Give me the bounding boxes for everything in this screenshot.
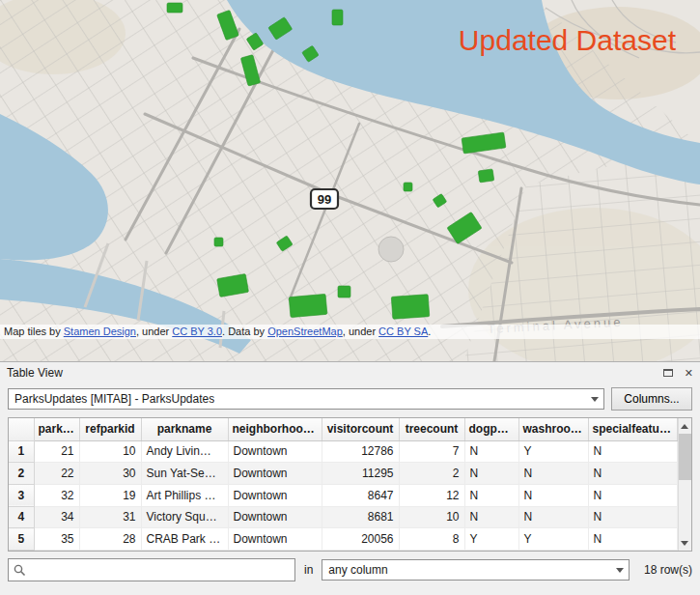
stamen-design-link[interactable]: Stamen Design [64,326,136,337]
cell-washrooms[interactable]: Y [518,528,588,551]
cell-specialfeatures[interactable]: N [588,506,677,528]
chevron-down-icon [616,568,624,573]
cell-specialfeatures[interactable]: N [588,528,677,551]
close-panel-icon[interactable]: ✕ [685,368,693,379]
attribute-table: parkid refparkid parkname neighborhoodna… [8,417,692,552]
panel-titlebar[interactable]: Table View ✕ [0,362,700,383]
column-header-parkname[interactable]: parkname [141,418,228,440]
cell-visitorcount[interactable]: 8647 [322,484,399,506]
cell-dogpark[interactable]: N [464,506,518,528]
columns-button[interactable]: Columns... [611,387,692,411]
cell-specialfeatures[interactable]: N [588,484,677,506]
row-number[interactable]: 5 [9,528,34,551]
park-polygon [332,10,343,25]
column-header-specialfeatures[interactable]: specialfeatures [588,418,677,440]
panel-title: Table View [7,366,63,380]
cell-visitorcount[interactable]: 20056 [322,528,399,551]
cc-by-sa-link[interactable]: CC BY SA [378,326,428,337]
cell-dogpark[interactable]: N [464,440,518,463]
cell-washrooms[interactable]: N [518,484,588,506]
column-header-dogpark[interactable]: dogpark [464,418,518,440]
column-header-washrooms[interactable]: washrooms [518,418,588,440]
cell-parkid[interactable]: 35 [34,528,79,551]
park-polygon [338,286,350,298]
layer-selector[interactable]: ParksUpdates [MITAB] - ParksUpdates [8,388,604,410]
scroll-up-icon [681,424,688,429]
map-attribution: Map tiles by Stamen Design, under CC BY … [0,325,700,339]
row-number[interactable]: 3 [9,484,34,506]
cell-neighborhoodname[interactable]: Downtown [228,440,322,463]
cell-visitorcount[interactable]: 11295 [322,463,399,485]
row-number[interactable]: 2 [9,463,34,485]
cell-washrooms[interactable]: N [518,463,588,485]
cell-parkid[interactable]: 21 [34,440,79,463]
row-number[interactable]: 1 [9,440,34,463]
column-filter-select[interactable]: any column [322,559,630,581]
park-polygon [391,295,430,320]
vertical-scrollbar[interactable] [678,418,692,551]
corner-header[interactable] [9,418,34,440]
cell-neighborhoodname[interactable]: Downtown [228,506,322,528]
cell-parkid[interactable]: 32 [34,484,79,506]
cell-specialfeatures[interactable]: N [588,463,677,485]
cell-parkid[interactable]: 22 [34,463,79,485]
float-panel-icon[interactable] [663,369,673,377]
cell-specialfeatures[interactable]: N [588,440,677,463]
highway-shield: 99 [311,189,338,209]
cell-visitorcount[interactable]: 8681 [322,506,399,528]
cell-parkname[interactable]: Victory Squ… [141,506,228,528]
table-row: 4 34 31 Victory Squ… Downtown 8681 10 N … [9,506,677,528]
column-header-treecount[interactable]: treecount [399,418,464,440]
cell-parkname[interactable]: Art Phillips … [141,484,228,506]
search-icon [14,564,26,577]
cell-parkname[interactable]: Sun Yat-Se… [141,463,228,485]
park-polygon [167,3,182,13]
cc-by-30-link[interactable]: CC BY 3.0 [172,326,222,337]
sort-ascending-icon [76,428,79,433]
in-label: in [302,563,315,577]
cell-treecount[interactable]: 2 [399,463,464,485]
cell-neighborhoodname[interactable]: Downtown [228,484,322,506]
cell-refparkid[interactable]: 28 [79,528,141,551]
scrollbar-thumb[interactable] [679,434,692,480]
cell-washrooms[interactable]: N [518,506,588,528]
cell-refparkid[interactable]: 30 [79,463,141,485]
cell-refparkid[interactable]: 19 [79,484,141,506]
search-box[interactable] [8,558,295,581]
scroll-down-button[interactable] [679,535,692,551]
cell-treecount[interactable]: 7 [399,440,464,463]
cell-refparkid[interactable]: 10 [79,440,141,463]
column-header-neighborhoodname[interactable]: neighborhoodname [228,418,322,440]
cell-parkid[interactable]: 34 [34,506,79,528]
cell-washrooms[interactable]: Y [518,440,588,463]
cell-treecount[interactable]: 10 [399,506,464,528]
scroll-up-button[interactable] [679,418,692,434]
park-polygon [478,169,494,183]
row-number[interactable]: 4 [9,506,34,528]
cell-parkname[interactable]: CRAB Park … [141,528,228,551]
cell-visitorcount[interactable]: 12786 [322,440,399,463]
park-polygon [214,238,223,246]
table-view-panel: Table View ✕ ParksUpdates [MITAB] - Park… [0,361,700,595]
scroll-down-icon [681,541,688,546]
chevron-down-icon [591,397,599,402]
openstreetmap-link[interactable]: OpenStreetMap [267,326,343,337]
stadium-footprint [378,237,404,262]
column-header-parkid[interactable]: parkid [34,418,79,440]
column-header-visitorcount[interactable]: visitorcount [322,418,399,440]
column-header-refparkid[interactable]: refparkid [79,418,141,440]
cell-dogpark[interactable]: N [464,484,518,506]
table-search-input[interactable] [31,563,290,577]
cell-neighborhoodname[interactable]: Downtown [228,528,322,551]
park-polygon [404,183,412,191]
row-count-label: 18 row(s) [644,563,692,577]
cell-treecount[interactable]: 12 [399,484,464,506]
map-canvas[interactable]: 99 Terminal Avenue Updated Dataset Map t… [0,0,700,361]
cell-refparkid[interactable]: 31 [79,506,141,528]
cell-dogpark[interactable]: N [464,463,518,485]
cell-parkname[interactable]: Andy Livin… [141,440,228,463]
attribution-text: Map tiles by [4,326,64,337]
cell-neighborhoodname[interactable]: Downtown [228,463,322,485]
cell-treecount[interactable]: 8 [399,528,464,551]
cell-dogpark[interactable]: Y [464,528,518,551]
